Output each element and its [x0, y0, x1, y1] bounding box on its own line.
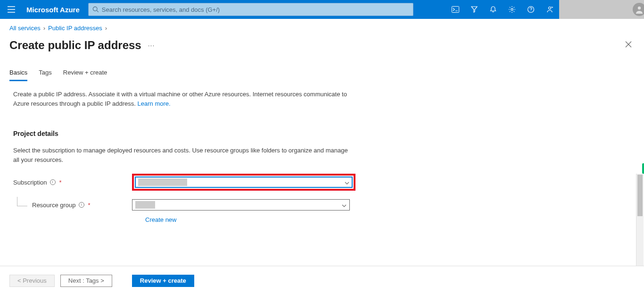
search-icon: [92, 6, 99, 13]
tab-tags[interactable]: Tags: [39, 69, 51, 81]
account-box[interactable]: [559, 0, 644, 19]
intro-text: Create a public IP address. Associate it…: [13, 90, 358, 108]
top-bar: Microsoft Azure: [0, 0, 644, 19]
previous-button: < Previous: [9, 275, 55, 287]
info-icon[interactable]: i: [79, 202, 84, 208]
svg-point-4: [549, 7, 551, 9]
resource-group-value-redacted: [135, 201, 155, 209]
settings-gear-icon[interactable]: [503, 0, 521, 19]
project-details-heading: Project details: [13, 130, 358, 137]
next-button[interactable]: Next : Tags >: [60, 275, 112, 287]
resource-group-label: Resource group i *: [13, 202, 132, 209]
learn-more-link[interactable]: Learn more.: [138, 100, 171, 107]
wizard-footer: < Previous Next : Tags > Review + create: [0, 266, 644, 295]
chevron-right-icon: ›: [43, 25, 45, 32]
cloud-shell-icon[interactable]: [446, 0, 465, 19]
top-toolbar: [446, 0, 559, 19]
notifications-icon[interactable]: [484, 0, 503, 19]
project-details-description: Select the subscription to manage deploy…: [13, 146, 353, 164]
global-search[interactable]: [88, 3, 413, 16]
breadcrumb: All services › Public IP addresses ›: [0, 19, 644, 34]
svg-point-0: [93, 7, 97, 11]
resource-group-dropdown[interactable]: [132, 199, 350, 211]
tab-review-create[interactable]: Review + create: [63, 69, 107, 81]
breadcrumb-all-services[interactable]: All services: [9, 25, 41, 32]
resource-group-label-text: Resource group: [32, 202, 76, 209]
intro-text-body: Create a public IP address. Associate it…: [13, 91, 347, 107]
tab-basics[interactable]: Basics: [9, 69, 27, 81]
required-asterisk: *: [88, 202, 91, 209]
subscription-value-redacted: [138, 178, 187, 186]
svg-point-5: [638, 7, 641, 9]
content-panel: Create a public IP address. Associate it…: [0, 81, 368, 228]
create-new-resource-group-link[interactable]: Create new: [145, 216, 358, 223]
tree-connector: [17, 197, 27, 206]
review-create-button[interactable]: Review + create: [132, 275, 194, 287]
breadcrumb-public-ip-addresses[interactable]: Public IP addresses: [48, 25, 102, 32]
subscription-highlight: [132, 174, 355, 191]
close-icon[interactable]: [622, 37, 635, 53]
global-search-input[interactable]: [99, 6, 409, 13]
chevron-right-icon: ›: [105, 25, 107, 32]
wizard-tabs: Basics Tags Review + create: [0, 53, 644, 81]
brand-home-link[interactable]: Microsoft Azure: [23, 6, 88, 14]
resource-group-row: Resource group i *: [13, 195, 358, 214]
page-title: Create public IP address: [9, 39, 141, 52]
scrollbar-thumb[interactable]: [637, 175, 643, 216]
subscription-label: Subscription i *: [13, 179, 132, 186]
subscription-label-text: Subscription: [13, 179, 47, 186]
subscription-dropdown[interactable]: [135, 177, 353, 188]
title-row: Create public IP address ···: [0, 34, 644, 53]
avatar-icon: [633, 3, 644, 16]
feedback-tab[interactable]: [642, 163, 644, 174]
svg-rect-1: [452, 7, 459, 13]
directories-filter-icon[interactable]: [465, 0, 484, 19]
svg-point-2: [511, 8, 513, 10]
hamburger-menu-icon[interactable]: [0, 6, 23, 13]
help-icon[interactable]: [521, 0, 540, 19]
chevron-down-icon: [345, 179, 349, 186]
more-actions-icon[interactable]: ···: [148, 42, 155, 49]
required-asterisk: *: [59, 179, 62, 186]
chevron-down-icon: [342, 202, 347, 209]
info-icon[interactable]: i: [50, 179, 56, 185]
subscription-row: Subscription i *: [13, 173, 358, 192]
feedback-icon[interactable]: [540, 0, 559, 19]
